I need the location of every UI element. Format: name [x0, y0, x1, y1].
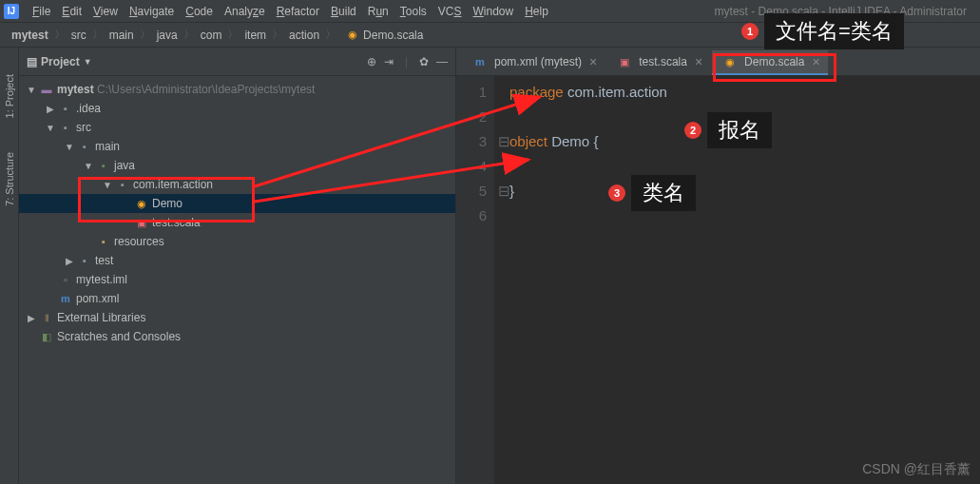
badge-2: 2 — [684, 122, 701, 139]
code-content[interactable]: package com.item.action ⊟object Demo { ⊟… — [494, 76, 667, 484]
tree-iml[interactable]: ▫mytest.iml — [19, 270, 455, 289]
fold-icon[interactable]: ⊟ — [498, 129, 510, 154]
project-panel: ▤ Project ▼ ⊕ ⇥ | ✿ — ▼▬mytest C:\Users\… — [19, 48, 456, 484]
crumb-src[interactable]: src — [67, 29, 90, 42]
close-icon[interactable]: × — [589, 54, 597, 69]
tab-project[interactable]: 1: Project — [2, 67, 17, 126]
menu-refactor[interactable]: Refactor — [271, 3, 325, 20]
crumb-java[interactable]: java — [153, 29, 182, 42]
tree-pom[interactable]: mpom.xml — [19, 289, 455, 308]
maven-icon: m — [473, 55, 487, 68]
menu-tools[interactable]: Tools — [394, 3, 432, 20]
annotation-1: 1 文件名=类名 — [741, 13, 904, 49]
annotation-2: 2 报名 — [684, 112, 772, 148]
source-folder-icon: ▪ — [97, 159, 110, 172]
annotation-3: 3 类名 — [608, 175, 696, 211]
menu-navigate[interactable]: Navigate — [124, 3, 180, 20]
folder-icon: ▪ — [78, 254, 91, 267]
project-icon: ▤ — [27, 55, 37, 68]
crumb-project[interactable]: mytest — [8, 29, 52, 42]
tree-resources[interactable]: ▪resources — [19, 232, 455, 251]
crumb-file[interactable]: ◉Demo.scala — [338, 29, 427, 42]
folder-icon: ▪ — [59, 102, 72, 115]
folder-icon: ▪ — [59, 121, 72, 134]
badge-1: 1 — [741, 23, 759, 40]
menu-help[interactable]: Help — [519, 3, 554, 20]
settings-icon[interactable]: ✿ — [419, 55, 429, 68]
close-icon[interactable]: × — [695, 54, 702, 69]
tree-main[interactable]: ▼▪main — [19, 137, 455, 156]
annotation-box-tree — [78, 177, 255, 223]
crumb-item[interactable]: item — [240, 29, 270, 42]
locate-icon[interactable]: ⊕ — [367, 55, 376, 68]
menu-file[interactable]: File — [27, 3, 56, 20]
crumb-action[interactable]: action — [285, 29, 323, 42]
menu-code[interactable]: Code — [180, 3, 219, 20]
hide-icon[interactable]: — — [436, 55, 448, 68]
tree-scratches[interactable]: ◧Scratches and Consoles — [19, 327, 455, 346]
badge-3: 3 — [608, 184, 625, 202]
libraries-icon: ⫴ — [40, 311, 53, 324]
menu-run[interactable]: Run — [362, 3, 394, 20]
tool-window-bar: 1: Project 7: Structure — [0, 48, 19, 484]
scala-file-icon: ▣ — [618, 55, 631, 68]
panel-title[interactable]: ▤ Project ▼ — [27, 55, 92, 68]
fold-icon[interactable]: ⊟ — [498, 179, 510, 203]
scratches-icon: ◧ — [40, 330, 53, 343]
expand-icon[interactable]: ⇥ — [384, 55, 394, 68]
scala-object-icon: ◉ — [346, 29, 359, 42]
maven-icon: m — [59, 292, 72, 305]
crumb-com[interactable]: com — [197, 29, 226, 42]
menu-window[interactable]: Window — [467, 3, 519, 20]
tree-idea[interactable]: ▶▪.idea — [19, 99, 455, 118]
menu-analyze[interactable]: Analyze — [219, 3, 271, 20]
tree-root[interactable]: ▼▬mytest C:\Users\Administrator\IdeaProj… — [19, 80, 455, 99]
tree-src[interactable]: ▼▪src — [19, 118, 455, 137]
resources-folder-icon: ▪ — [97, 235, 110, 248]
menu-build[interactable]: Build — [325, 3, 362, 20]
menu-view[interactable]: View — [87, 3, 124, 20]
app-icon: IJ — [4, 4, 19, 19]
tree-test[interactable]: ▶▪test — [19, 251, 455, 270]
tree-java[interactable]: ▼▪java — [19, 156, 455, 175]
module-icon: ▬ — [40, 83, 53, 96]
annotation-box-tab — [713, 53, 836, 82]
watermark: CSDN @红目香薰 — [862, 461, 970, 478]
folder-icon: ▪ — [78, 140, 91, 153]
iml-icon: ▫ — [59, 273, 72, 286]
line-gutter: 123456 — [456, 76, 494, 484]
menu-edit[interactable]: Edit — [56, 3, 87, 20]
crumb-main[interactable]: main — [106, 29, 138, 42]
menu-vcs[interactable]: VCS — [432, 3, 468, 20]
tab-test[interactable]: ▣test.scala× — [606, 50, 710, 75]
tab-pom[interactable]: mpom.xml (mytest)× — [462, 50, 605, 75]
tab-structure[interactable]: 7: Structure — [2, 145, 17, 214]
tree-external-libs[interactable]: ▶⫴External Libraries — [19, 308, 455, 327]
